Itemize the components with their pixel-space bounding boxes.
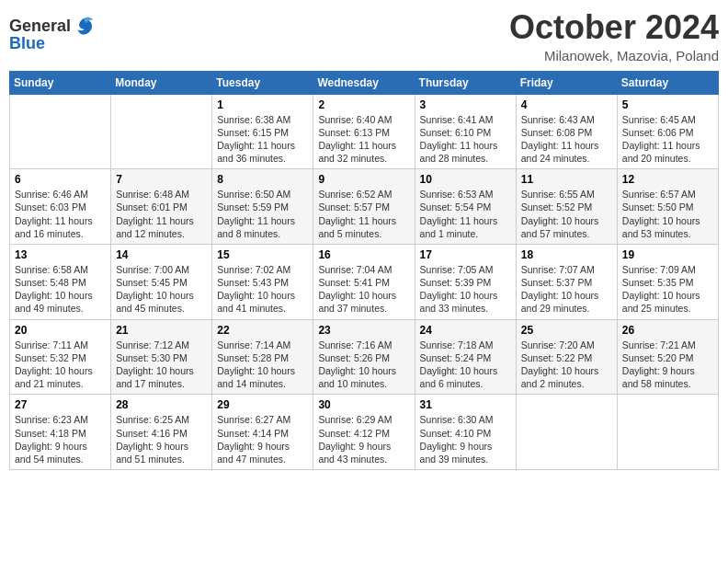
calendar-table: SundayMondayTuesdayWednesdayThursdayFrid…	[9, 71, 719, 470]
day-number: 20	[15, 324, 106, 337]
calendar-cell: 22Sunrise: 7:14 AM Sunset: 5:28 PM Dayli…	[212, 319, 313, 395]
weekday-header: Monday	[111, 71, 212, 94]
day-info: Sunrise: 7:12 AM Sunset: 5:30 PM Dayligh…	[116, 339, 207, 391]
calendar-cell: 4Sunrise: 6:43 AM Sunset: 6:08 PM Daylig…	[516, 94, 617, 169]
calendar-cell: 18Sunrise: 7:07 AM Sunset: 5:37 PM Dayli…	[516, 244, 617, 319]
weekday-header: Tuesday	[212, 71, 313, 94]
calendar-cell	[516, 395, 617, 470]
calendar-cell: 17Sunrise: 7:05 AM Sunset: 5:39 PM Dayli…	[415, 244, 516, 319]
calendar-week-row: 20Sunrise: 7:11 AM Sunset: 5:32 PM Dayli…	[10, 319, 719, 395]
day-number: 24	[420, 324, 511, 337]
calendar-cell: 26Sunrise: 7:21 AM Sunset: 5:20 PM Dayli…	[617, 319, 718, 395]
day-number: 21	[116, 324, 207, 337]
day-number: 18	[521, 248, 612, 261]
calendar-cell: 31Sunrise: 6:30 AM Sunset: 4:10 PM Dayli…	[415, 395, 516, 470]
calendar-week-row: 27Sunrise: 6:23 AM Sunset: 4:18 PM Dayli…	[10, 395, 719, 470]
calendar-cell	[617, 395, 718, 470]
calendar-cell: 30Sunrise: 6:29 AM Sunset: 4:12 PM Dayli…	[313, 395, 415, 470]
day-number: 3	[420, 98, 511, 111]
day-info: Sunrise: 6:48 AM Sunset: 6:01 PM Dayligh…	[116, 188, 207, 240]
day-info: Sunrise: 7:09 AM Sunset: 5:35 PM Dayligh…	[622, 263, 713, 316]
calendar-cell: 14Sunrise: 7:00 AM Sunset: 5:45 PM Dayli…	[111, 244, 212, 319]
day-info: Sunrise: 7:11 AM Sunset: 5:32 PM Dayligh…	[15, 339, 106, 391]
calendar-cell	[111, 94, 212, 169]
day-number: 13	[15, 248, 106, 261]
logo-blue: Blue	[9, 35, 45, 52]
day-info: Sunrise: 7:05 AM Sunset: 5:39 PM Dayligh…	[420, 263, 511, 316]
day-number: 29	[217, 398, 308, 411]
calendar-cell: 2Sunrise: 6:40 AM Sunset: 6:13 PM Daylig…	[313, 94, 415, 169]
calendar-cell: 16Sunrise: 7:04 AM Sunset: 5:41 PM Dayli…	[313, 244, 415, 319]
day-number: 2	[318, 98, 409, 111]
day-number: 31	[420, 398, 511, 411]
calendar-cell: 21Sunrise: 7:12 AM Sunset: 5:30 PM Dayli…	[111, 319, 212, 395]
calendar-cell: 20Sunrise: 7:11 AM Sunset: 5:32 PM Dayli…	[10, 319, 111, 395]
calendar-cell: 29Sunrise: 6:27 AM Sunset: 4:14 PM Dayli…	[212, 395, 313, 470]
weekday-header: Sunday	[10, 71, 111, 94]
day-info: Sunrise: 6:25 AM Sunset: 4:16 PM Dayligh…	[116, 413, 207, 465]
day-info: Sunrise: 6:46 AM Sunset: 6:03 PM Dayligh…	[15, 188, 106, 240]
day-info: Sunrise: 7:02 AM Sunset: 5:43 PM Dayligh…	[217, 263, 308, 316]
month-title: October 2024	[509, 9, 719, 46]
logo-general: General	[9, 17, 71, 34]
day-info: Sunrise: 6:53 AM Sunset: 5:54 PM Dayligh…	[420, 188, 511, 240]
calendar-week-row: 6Sunrise: 6:46 AM Sunset: 6:03 PM Daylig…	[10, 169, 719, 245]
day-number: 26	[622, 324, 713, 337]
day-info: Sunrise: 6:50 AM Sunset: 5:59 PM Dayligh…	[217, 188, 308, 240]
day-info: Sunrise: 6:55 AM Sunset: 5:52 PM Dayligh…	[521, 188, 612, 240]
day-number: 23	[318, 324, 409, 337]
logo: General Blue	[9, 15, 95, 52]
weekday-header: Friday	[516, 71, 617, 94]
calendar-cell: 27Sunrise: 6:23 AM Sunset: 4:18 PM Dayli…	[10, 395, 111, 470]
day-info: Sunrise: 6:27 AM Sunset: 4:14 PM Dayligh…	[217, 413, 308, 465]
day-info: Sunrise: 6:57 AM Sunset: 5:50 PM Dayligh…	[622, 188, 713, 240]
day-info: Sunrise: 6:43 AM Sunset: 6:08 PM Dayligh…	[521, 113, 612, 166]
day-info: Sunrise: 6:38 AM Sunset: 6:15 PM Dayligh…	[217, 113, 308, 166]
day-number: 5	[622, 98, 713, 111]
day-number: 11	[521, 173, 612, 186]
calendar-cell: 5Sunrise: 6:45 AM Sunset: 6:06 PM Daylig…	[617, 94, 718, 169]
day-number: 22	[217, 324, 308, 337]
day-info: Sunrise: 6:58 AM Sunset: 5:48 PM Dayligh…	[15, 263, 106, 316]
calendar-cell: 3Sunrise: 6:41 AM Sunset: 6:10 PM Daylig…	[415, 94, 516, 169]
page-header: General Blue October 2024 Milanowek, Maz…	[9, 9, 719, 63]
calendar-week-row: 1Sunrise: 6:38 AM Sunset: 6:15 PM Daylig…	[10, 94, 719, 169]
day-number: 28	[116, 398, 207, 411]
day-number: 14	[116, 248, 207, 261]
day-number: 30	[318, 398, 409, 411]
day-number: 4	[521, 98, 612, 111]
day-number: 16	[318, 248, 409, 261]
location-title: Milanowek, Mazovia, Poland	[509, 48, 719, 63]
day-number: 15	[217, 248, 308, 261]
calendar-cell	[10, 94, 111, 169]
day-number: 25	[521, 324, 612, 337]
calendar-cell: 7Sunrise: 6:48 AM Sunset: 6:01 PM Daylig…	[111, 169, 212, 245]
calendar-week-row: 13Sunrise: 6:58 AM Sunset: 5:48 PM Dayli…	[10, 244, 719, 319]
calendar-cell: 23Sunrise: 7:16 AM Sunset: 5:26 PM Dayli…	[313, 319, 415, 395]
calendar-cell: 11Sunrise: 6:55 AM Sunset: 5:52 PM Dayli…	[516, 169, 617, 245]
day-info: Sunrise: 6:30 AM Sunset: 4:10 PM Dayligh…	[420, 413, 511, 465]
weekday-header: Thursday	[415, 71, 516, 94]
day-number: 6	[15, 173, 106, 186]
calendar-cell: 28Sunrise: 6:25 AM Sunset: 4:16 PM Dayli…	[111, 395, 212, 470]
day-number: 12	[622, 173, 713, 186]
calendar-cell: 1Sunrise: 6:38 AM Sunset: 6:15 PM Daylig…	[212, 94, 313, 169]
day-info: Sunrise: 6:40 AM Sunset: 6:13 PM Dayligh…	[318, 113, 409, 166]
weekday-header: Saturday	[617, 71, 718, 94]
day-number: 1	[217, 98, 308, 111]
calendar-cell: 10Sunrise: 6:53 AM Sunset: 5:54 PM Dayli…	[415, 169, 516, 245]
calendar-cell: 24Sunrise: 7:18 AM Sunset: 5:24 PM Dayli…	[415, 319, 516, 395]
day-info: Sunrise: 7:20 AM Sunset: 5:22 PM Dayligh…	[521, 339, 612, 391]
calendar-cell: 25Sunrise: 7:20 AM Sunset: 5:22 PM Dayli…	[516, 319, 617, 395]
calendar-cell: 13Sunrise: 6:58 AM Sunset: 5:48 PM Dayli…	[10, 244, 111, 319]
calendar-cell: 12Sunrise: 6:57 AM Sunset: 5:50 PM Dayli…	[617, 169, 718, 245]
calendar-cell: 9Sunrise: 6:52 AM Sunset: 5:57 PM Daylig…	[313, 169, 415, 245]
day-info: Sunrise: 7:00 AM Sunset: 5:45 PM Dayligh…	[116, 263, 207, 316]
day-info: Sunrise: 7:04 AM Sunset: 5:41 PM Dayligh…	[318, 263, 409, 316]
logo-bird-icon	[73, 15, 95, 37]
calendar-cell: 15Sunrise: 7:02 AM Sunset: 5:43 PM Dayli…	[212, 244, 313, 319]
day-info: Sunrise: 7:07 AM Sunset: 5:37 PM Dayligh…	[521, 263, 612, 316]
day-number: 7	[116, 173, 207, 186]
day-info: Sunrise: 6:41 AM Sunset: 6:10 PM Dayligh…	[420, 113, 511, 166]
calendar-cell: 19Sunrise: 7:09 AM Sunset: 5:35 PM Dayli…	[617, 244, 718, 319]
